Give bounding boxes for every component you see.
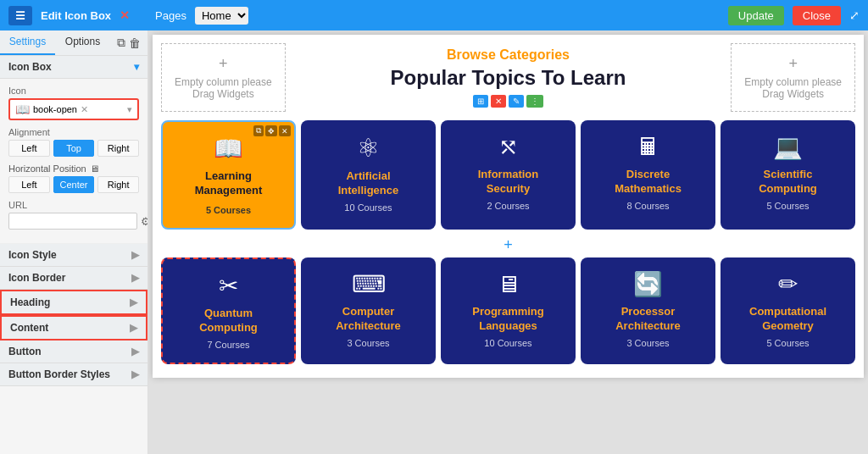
categories-grid-row2: ✂ QuantumComputing 7 Courses ⌨ ComputerA… (161, 257, 855, 364)
copy-icon[interactable]: ⧉ (117, 36, 125, 50)
prog-icon: 🖥 (449, 270, 567, 298)
align-top-btn[interactable]: Top (53, 140, 95, 157)
icon-name: book-open (33, 104, 77, 114)
alignment-label: Alignment (8, 127, 139, 137)
close-icon[interactable]: ✕ (120, 8, 130, 22)
align-left-btn[interactable]: Left (8, 140, 50, 157)
arch-name: ComputerArchitecture (309, 305, 427, 334)
proc-courses: 3 Courses (589, 338, 707, 348)
math-name: DiscreteMathematics (589, 168, 707, 197)
monitor-icon: 🖥 (90, 163, 99, 174)
prog-name: ProgrammingLanguages (449, 305, 567, 334)
math-courses: 8 Courses (589, 201, 707, 211)
category-card-learning[interactable]: ⧉ ✥ ✕ 📖 LearningManagement 5 Courses (161, 120, 296, 230)
empty-col-right: + Empty column pleaseDrag Widgets (731, 43, 855, 112)
icon-style-label: Icon Style (8, 249, 57, 261)
button-header[interactable]: Button ▶ (0, 340, 147, 363)
close-button[interactable]: Close (793, 6, 841, 25)
horiz-left-btn[interactable]: Left (8, 176, 50, 193)
alignment-buttons: Left Top Right (8, 140, 139, 157)
learning-icon: 📖 (171, 135, 286, 163)
prog-courses: 10 Courses (449, 338, 567, 348)
remove-icon[interactable]: ✕ (81, 104, 88, 115)
horiz-center-btn[interactable]: Center (53, 176, 95, 193)
icon-box-section-header[interactable]: Icon Box ▾ (0, 56, 147, 79)
panel-title: Edit Icon Box (41, 9, 111, 22)
chevron-right-icon: ▶ (131, 249, 139, 261)
category-card-math[interactable]: 🖩 DiscreteMathematics 8 Courses (581, 120, 715, 230)
category-card-arch[interactable]: ⌨ ComputerArchitecture 3 Courses (301, 257, 436, 364)
category-card-security[interactable]: ⤲ InformationSecurity 2 Courses (441, 120, 576, 230)
sci-name: ScientificComputing (729, 168, 847, 197)
plus-icon-right: + (788, 55, 798, 73)
category-card-ai[interactable]: ⚛ ArtificialIntelligence 10 Courses (301, 120, 436, 230)
update-button[interactable]: Update (728, 6, 784, 25)
icon-box-content: Icon 📖 book-open ✕ ▾ Alignment Left Top … (0, 79, 147, 244)
proc-icon: 🔄 (589, 270, 707, 298)
category-card-prog[interactable]: 🖥 ProgrammingLanguages 10 Courses (441, 257, 576, 364)
learning-name: LearningManagement (171, 169, 286, 198)
alignment-field-row: Alignment Left Top Right (8, 127, 139, 157)
ai-courses: 10 Courses (309, 202, 427, 213)
arch-courses: 3 Courses (309, 338, 427, 348)
hamburger-menu[interactable]: ☰ (8, 6, 32, 25)
horiz-right-btn[interactable]: Right (97, 176, 139, 193)
icon-style-header[interactable]: Icon Style ▶ (0, 244, 147, 267)
content-label: Content (10, 322, 48, 334)
category-card-quantum[interactable]: ✂ QuantumComputing 7 Courses (161, 257, 296, 364)
icon-label: Icon (8, 86, 139, 96)
button-label: Button (8, 346, 42, 357)
card-delete-btn[interactable]: ✕ (279, 125, 291, 136)
chevron-right-icon-3: ▶ (130, 296, 137, 308)
geom-courses: 5 Courses (729, 338, 847, 348)
chevron-right-icon-2: ▶ (131, 272, 139, 284)
page-selector[interactable]: Home (195, 7, 248, 25)
add-row-btn[interactable]: + (161, 235, 855, 256)
button-border-header[interactable]: Button Border Styles ▶ (0, 363, 147, 386)
url-label: URL (8, 200, 139, 210)
horizontal-position-row: Horizontal Position 🖥 Left Center Right (8, 163, 139, 193)
empty-col-left-text: Empty column pleaseDrag Widgets (175, 76, 272, 100)
chevron-right-icon-4: ▶ (130, 322, 137, 334)
plus-icon-left: + (219, 55, 228, 73)
content-header[interactable]: Content ▶ (0, 315, 147, 340)
category-card-proc[interactable]: 🔄 ProcessorArchitecture 3 Courses (581, 257, 715, 364)
menu-icon: ☰ (15, 9, 25, 22)
button-border-label: Button Border Styles (8, 368, 110, 380)
geom-name: ComputationalGeometry (729, 305, 847, 334)
icon-border-header[interactable]: Icon Border ▶ (0, 267, 147, 290)
external-link-icon[interactable]: ⤢ (849, 8, 860, 22)
trash-icon[interactable]: 🗑 (129, 36, 141, 50)
url-gear-icon[interactable]: ⚙ (141, 215, 148, 228)
align-right-btn[interactable]: Right (97, 140, 139, 157)
chevron-right-icon-6: ▶ (131, 368, 139, 380)
edit-btn-2[interactable]: ✕ (491, 95, 506, 108)
left-panel: Settings Options ⧉ 🗑 Icon Box ▾ Icon 📖 b… (0, 30, 148, 454)
geom-icon: ✏ (729, 270, 847, 298)
tab-options[interactable]: Options (55, 30, 110, 55)
heading-header[interactable]: Heading ▶ (0, 290, 147, 315)
settings-tabs: Settings Options ⧉ 🗑 (0, 30, 147, 56)
canvas-area: + Empty column pleaseDrag Widgets Browse… (148, 30, 868, 454)
category-card-geom[interactable]: ✏ ComputationalGeometry 5 Courses (721, 257, 855, 364)
card-move-btn[interactable]: ✥ (265, 125, 277, 136)
edit-btn-1[interactable]: ⊞ (473, 95, 488, 108)
url-field-row: URL ⚙ (8, 200, 139, 230)
empty-col-left: + Empty column pleaseDrag Widgets (161, 43, 286, 112)
edit-btn-4[interactable]: ⋮ (526, 95, 543, 108)
icon-picker[interactable]: 📖 book-open ✕ ▾ (8, 98, 139, 120)
book-open-icon: 📖 (15, 102, 30, 116)
card-edit-btn[interactable]: ⧉ (253, 125, 264, 136)
url-input[interactable] (8, 213, 137, 230)
security-courses: 2 Courses (449, 201, 567, 211)
tab-settings[interactable]: Settings (0, 30, 55, 55)
quantum-courses: 7 Courses (171, 340, 286, 350)
url-row: ⚙ (8, 213, 139, 230)
category-card-sci[interactable]: 💻 ScientificComputing 5 Courses (721, 120, 855, 230)
edit-btn-3[interactable]: ✎ (509, 95, 524, 108)
top-row: + Empty column pleaseDrag Widgets Browse… (161, 43, 855, 112)
learning-courses: 5 Courses (171, 205, 286, 215)
quantum-icon: ✂ (171, 272, 286, 300)
popular-topics-heading: Popular Topics To Learn (298, 66, 719, 90)
header-section: Browse Categories Popular Topics To Lear… (294, 43, 723, 112)
